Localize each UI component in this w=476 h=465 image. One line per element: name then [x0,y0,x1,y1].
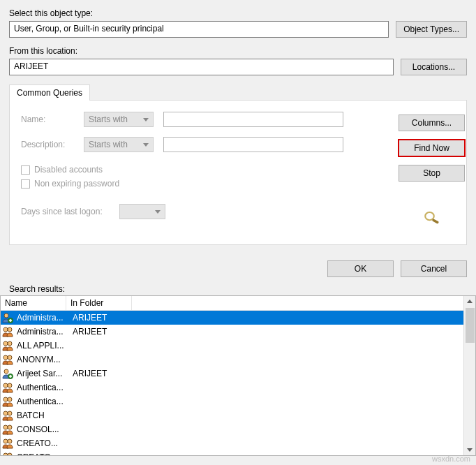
row-name: ALL APPLI... [17,341,68,350]
group-icon [2,326,15,337]
result-row[interactable]: ANONYM... [1,353,463,367]
group-icon [2,424,15,435]
row-name: Authentica... [17,397,68,406]
name-filter-input[interactable] [163,112,343,127]
svg-point-0 [425,212,434,220]
scroll-down-icon[interactable] [467,448,473,452]
svg-point-23 [8,453,12,455]
group-icon [2,396,15,407]
svg-point-16 [3,411,8,415]
row-name: CONSOL... [17,425,68,434]
group-icon [2,438,15,449]
description-mode-combo[interactable]: Starts with [84,137,154,152]
svg-point-9 [8,355,12,360]
chevron-down-icon [155,210,161,214]
result-row[interactable]: Authentica... [1,394,463,408]
location-input[interactable]: ARIJEET [9,59,394,75]
result-row[interactable]: Administra...ARIJEET [1,325,463,339]
scroll-thumb[interactable] [466,308,475,343]
col-folder[interactable]: In Folder [66,296,132,310]
group-icon [2,452,15,455]
chevron-down-icon [143,118,149,121]
non-expiring-checkbox[interactable] [21,179,30,189]
svg-point-20 [3,439,8,443]
svg-point-5 [8,327,12,332]
user-icon [2,312,15,323]
results-list: Name In Folder Administra...ARIJEETAdmin… [0,295,476,456]
svg-point-21 [8,439,12,443]
group-icon [2,354,15,365]
name-filter-label: Name: [21,115,74,124]
group-icon [2,382,15,393]
row-name: Administra... [17,327,68,337]
svg-point-4 [3,327,8,332]
col-name[interactable]: Name [1,296,66,310]
row-name: CREATO... [17,438,68,448]
object-types-button[interactable]: Object Types... [396,21,467,38]
row-folder: ARIJEET [68,327,107,337]
description-filter-input[interactable] [163,137,343,152]
row-folder: ARIJEET [68,369,107,378]
result-row[interactable]: CREATO... [1,450,463,455]
svg-point-14 [3,397,8,401]
row-name: Arijeet Sar... [17,369,68,378]
chevron-down-icon [143,143,149,147]
svg-point-18 [3,425,8,429]
row-name: BATCH [17,411,68,420]
row-folder: ARIJEET [68,313,107,323]
svg-point-10 [4,369,8,374]
svg-point-2 [4,313,8,318]
result-row[interactable]: BATCH [1,408,463,422]
days-since-logon-label: Days since last logon: [21,207,103,216]
result-row[interactable]: ALL APPLI... [1,339,463,353]
result-row[interactable]: CREATO... [1,436,463,450]
result-row[interactable]: Authentica... [1,381,463,394]
svg-point-17 [8,411,12,415]
description-filter-label: Description: [21,140,74,149]
result-row[interactable]: CONSOL... [1,422,463,436]
name-mode-combo[interactable]: Starts with [84,112,154,127]
tab-common-queries[interactable]: Common Queries [9,84,90,101]
user-icon [2,368,15,379]
svg-rect-1 [431,219,438,224]
svg-point-19 [8,425,12,429]
ok-button[interactable]: OK [327,260,394,277]
group-icon [2,410,15,421]
locations-button[interactable]: Locations... [401,59,467,75]
cancel-button[interactable]: Cancel [401,260,467,277]
svg-point-15 [8,397,12,401]
find-now-button[interactable]: Find Now [399,140,465,156]
scroll-up-icon[interactable] [467,300,473,303]
search-results-label: Search results: [0,284,476,294]
object-type-label: Select this object type: [9,8,467,18]
disabled-accounts-label: Disabled accounts [34,165,103,175]
non-expiring-label: Non expiring password [34,179,119,189]
result-row[interactable]: Arijeet Sar...ARIJEET [1,367,463,381]
search-icon [422,209,442,225]
row-name: CREATO... [17,452,68,455]
columns-button[interactable]: Columns... [399,115,465,131]
stop-button[interactable]: Stop [399,165,465,182]
scrollbar[interactable] [463,296,475,455]
row-name: Administra... [17,313,68,323]
svg-point-22 [3,453,8,455]
svg-point-12 [3,383,8,388]
results-header: Name In Folder [1,296,463,311]
svg-point-13 [8,383,12,388]
disabled-accounts-checkbox[interactable] [21,165,30,175]
object-type-input[interactable]: User, Group, or Built-in security princi… [9,21,389,38]
days-since-logon-combo[interactable] [119,204,165,219]
group-icon [2,340,15,351]
watermark: wsxdn.com [432,455,470,463]
row-name: ANONYM... [17,355,68,364]
row-name: Authentica... [17,383,68,392]
svg-point-8 [3,355,8,360]
svg-point-7 [8,341,12,346]
result-row[interactable]: Administra...ARIJEET [1,311,463,325]
svg-point-6 [3,341,8,346]
location-label: From this location: [9,46,467,56]
